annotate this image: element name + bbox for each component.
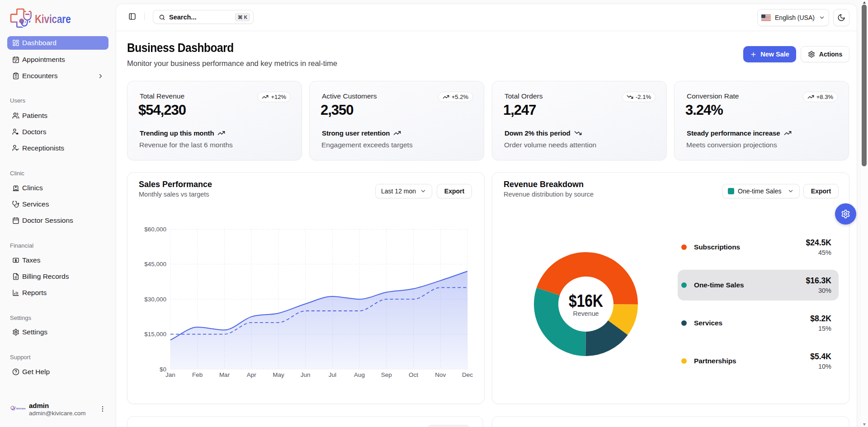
svg-text:$45,000: $45,000 <box>144 261 166 267</box>
svg-text:kivicare: kivicare <box>16 407 26 410</box>
svg-text:Feb: Feb <box>192 371 203 378</box>
svg-text:Sep: Sep <box>381 371 392 378</box>
svg-text:Mar: Mar <box>219 371 230 378</box>
svg-text:Nov: Nov <box>435 371 446 378</box>
svg-text:Jul: Jul <box>329 371 336 378</box>
svg-text:May: May <box>273 371 284 378</box>
svg-text:Dec: Dec <box>462 371 473 378</box>
svg-text:Jan: Jan <box>165 371 175 378</box>
svg-text:$16K: $16K <box>569 291 603 310</box>
svg-text:$60,000: $60,000 <box>144 226 166 233</box>
svg-text:Jun: Jun <box>301 371 311 378</box>
svg-text:Revenue: Revenue <box>573 310 599 317</box>
svg-text:Aug: Aug <box>354 371 365 378</box>
svg-text:Apr: Apr <box>247 371 257 378</box>
svg-text:Oct: Oct <box>409 371 418 378</box>
svg-text:$15,000: $15,000 <box>144 331 166 338</box>
svg-text:$30,000: $30,000 <box>144 296 166 303</box>
